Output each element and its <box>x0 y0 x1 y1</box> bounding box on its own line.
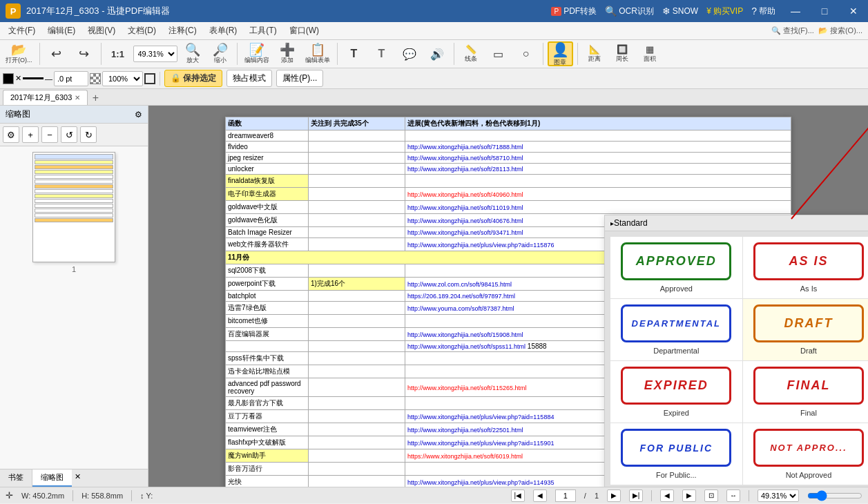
status-sep-3 <box>651 490 652 501</box>
help-btn[interactable]: ? 帮助 <box>751 6 775 17</box>
table-row: sql2008下载 <box>226 264 309 278</box>
new-tab-btn[interactable]: + <box>88 91 103 105</box>
stamp-as-is[interactable]: AS IS As Is <box>743 237 868 298</box>
color-swatch[interactable] <box>3 73 14 84</box>
stamp-departmental[interactable]: DEPARTMENTAL Departmental <box>610 299 742 360</box>
departmental-label: Departmental <box>653 347 699 355</box>
actual-size-btn[interactable]: 1:1 <box>106 41 131 66</box>
minimize-btn[interactable]: — <box>787 3 804 19</box>
bookmarks-tab[interactable]: 书签 <box>0 469 32 487</box>
tab-close-btn[interactable]: ✕ <box>75 94 80 101</box>
snow-icon: ❄ <box>662 6 671 17</box>
y-coord-label: ↕ Y: <box>140 492 153 500</box>
table-row: teamviewer注色 <box>226 423 309 436</box>
zoom-select2[interactable]: 100% 50% <box>102 71 143 86</box>
page-thumbnail[interactable] <box>32 152 115 262</box>
color-box[interactable] <box>144 73 155 84</box>
scroll-right-btn[interactable]: ▶ <box>682 490 696 502</box>
line-btn[interactable]: 📏 线条 <box>459 41 483 66</box>
title-right-area: P PDF转换 🔍 OCR识别 ❄ SNOW ¥ 购买VIP ? 帮助 — □ … <box>551 3 862 19</box>
text2-btn[interactable]: T <box>369 41 394 66</box>
doc-tab[interactable]: 2017年12月_6303 ✕ <box>3 90 88 105</box>
menu-form[interactable]: 表单(R) <box>204 23 243 38</box>
prev-page-btn[interactable]: ◀ <box>533 490 547 502</box>
circle-btn[interactable]: ○ <box>514 41 539 66</box>
status-zoom-select[interactable]: 49.31% 100% <box>758 490 799 502</box>
snow-btn[interactable]: ❄ SNOW <box>662 6 698 17</box>
rotate-left-btn[interactable]: ↺ <box>61 126 77 143</box>
undo-btn[interactable]: ↩ <box>44 41 69 66</box>
comment-box-btn[interactable]: 💬 <box>397 41 422 66</box>
thumbnails-tab[interactable]: 缩略图 <box>32 469 72 487</box>
redo-btn[interactable]: ↪ <box>72 41 97 66</box>
vip-btn[interactable]: ¥ 购买VIP <box>706 6 743 17</box>
edit-content-btn[interactable]: 📝 编辑内容 <box>242 41 272 66</box>
stamp-btn[interactable]: 👤 图章 <box>548 41 573 66</box>
last-page-btn[interactable]: ▶| <box>629 490 643 502</box>
stamp-for-public[interactable]: FOR PUBLIC For Public... <box>610 423 742 485</box>
sidebar-settings-icon[interactable]: ⚙ <box>135 110 142 119</box>
pdf-convert-btn[interactable]: P PDF转换 <box>551 6 597 17</box>
sound-btn[interactable]: 🔊 <box>425 41 450 66</box>
toolbar-sep-2 <box>101 43 102 65</box>
sidebar-title: 缩略图 <box>6 108 30 120</box>
menu-window[interactable]: 窗口(W) <box>284 23 325 38</box>
edit-form-btn[interactable]: 📋 编辑表单 <box>302 41 333 66</box>
maintain-btn[interactable]: 🔒 保持选定 <box>164 70 222 87</box>
menu-comment[interactable]: 注释(C) <box>163 23 202 38</box>
perimeter-btn[interactable]: 🔲 周长 <box>610 41 635 66</box>
table-row: finaldata恢复版 <box>226 175 309 188</box>
zoom-out-btn[interactable]: 🔎 缩小 <box>208 41 233 66</box>
ocr-btn[interactable]: 🔍 OCR识别 <box>605 6 654 17</box>
next-page-btn[interactable]: ▶ <box>607 490 621 502</box>
menu-doc[interactable]: 文档(D) <box>122 23 162 38</box>
text-btn[interactable]: T <box>342 41 367 66</box>
first-page-btn[interactable]: |◀ <box>511 490 525 502</box>
text2-icon: T <box>378 48 385 60</box>
shapes-btn[interactable]: ▭ <box>486 41 511 66</box>
settings-btn[interactable]: ⚙ <box>3 126 19 143</box>
stamp-approved[interactable]: APPROVED Approved <box>610 237 742 298</box>
thumbnail-container: 1 <box>32 152 115 463</box>
close-btn[interactable]: ✕ <box>845 3 862 19</box>
zoom-out-sidebar-btn[interactable]: − <box>41 126 58 143</box>
title-icons: P PDF转换 🔍 OCR识别 ❄ SNOW ¥ 购买VIP ? 帮助 <box>551 6 775 17</box>
stamp-expired[interactable]: EXPIRED Expired <box>610 361 742 423</box>
stamp-draft[interactable]: DRAFT Draft <box>743 299 868 360</box>
open-btn[interactable]: 📂 打开(O)... <box>3 41 35 66</box>
zoom-slider[interactable] <box>807 490 862 501</box>
sidebar-close-btn[interactable]: ✕ <box>72 469 84 487</box>
menu-file[interactable]: 文件(F) <box>3 23 41 38</box>
perimeter-icon: 🔲 <box>617 44 628 55</box>
document-area[interactable]: 函数 关注到 共完成35个 进展(黄色代表新增四料，粉色代表移到1月) drea… <box>148 106 868 487</box>
menu-tools[interactable]: 工具(T) <box>244 23 282 38</box>
fit-page-btn[interactable]: ⊡ <box>704 490 718 502</box>
status-sep-4 <box>749 490 749 501</box>
page-input[interactable] <box>555 490 576 502</box>
pattern-swatch[interactable] <box>90 73 101 84</box>
pdf-icon: P <box>551 7 561 16</box>
zoom-in-btn[interactable]: 🔍 放大 <box>180 41 205 66</box>
col-header-3: 进展(黄色代表新增四料，粉色代表移到1月) <box>405 117 791 130</box>
distance-btn[interactable]: 📐 距离 <box>582 41 607 66</box>
properties-btn[interactable]: 属性(P)... <box>276 70 323 87</box>
rotate-right-btn[interactable]: ↻ <box>80 126 97 143</box>
add-btn[interactable]: ➕ 添加 <box>275 41 300 66</box>
sound-icon: 🔊 <box>430 48 444 61</box>
main-toolbar: 📂 打开(O)... ↩ ↪ 1:1 49.31% 100% 150% 🔍 放大… <box>0 40 868 68</box>
stamp-final[interactable]: FINAL Final <box>743 361 868 423</box>
menu-view[interactable]: 视图(V) <box>82 23 121 38</box>
area-btn[interactable]: ▦ 面积 <box>637 41 662 66</box>
line-width-input[interactable]: .0 pt <box>54 71 88 86</box>
scroll-left-btn[interactable]: ◀ <box>660 490 674 502</box>
table-row: Batch Image Resizer <box>226 227 309 238</box>
zoom-select[interactable]: 49.31% 100% 150% <box>133 46 177 62</box>
maximize-btn[interactable]: □ <box>816 3 833 19</box>
exclusive-mode-btn[interactable]: 独占模式 <box>226 70 272 87</box>
stamp-not-approved[interactable]: NOT APPRO... Not Approved <box>743 423 868 485</box>
menu-edit[interactable]: 编辑(E) <box>42 23 81 38</box>
find-btn[interactable]: 🔍 查找(F)... <box>771 26 814 36</box>
zoom-in-sidebar-btn[interactable]: + <box>22 126 39 143</box>
fit-width-btn[interactable]: ↔ <box>726 490 740 502</box>
search-btn[interactable]: 📂 搜索(O)... <box>818 26 862 36</box>
